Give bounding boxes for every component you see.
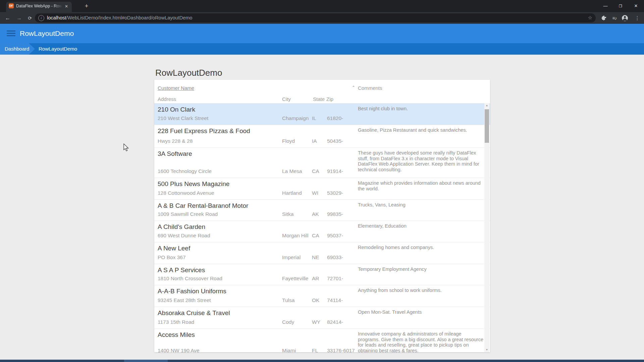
customer-address: 1600 Technology Circle: [158, 168, 212, 174]
mouse-cursor: [123, 143, 130, 152]
column-header-customer-name[interactable]: Customer Name: [158, 85, 194, 91]
reload-button[interactable]: ⟳: [26, 14, 34, 22]
column-header-address[interactable]: Address: [158, 96, 176, 102]
customer-zip: 33176-6017: [327, 348, 355, 352]
page-content: RowLayoutDemo Customer Name ⌃ Comments A…: [0, 55, 644, 360]
table-row[interactable]: 3A Software 1600 Technology Circle La Me…: [154, 148, 490, 178]
table-row[interactable]: A New Leef PO Box 367 Imperial NE 69033-…: [154, 242, 490, 264]
table-row[interactable]: 500 Plus News Magazine 128 Cottonwood Av…: [154, 178, 490, 200]
column-header-city[interactable]: City: [282, 96, 291, 102]
browser-menu-icon[interactable]: ⋮: [634, 14, 641, 22]
app-title: RowLayoutDemo: [20, 29, 74, 38]
customer-address: 1173 15th Road: [158, 319, 194, 325]
customer-zip: 99835-: [327, 211, 343, 217]
table-row[interactable]: A S A P Services 1810 North Crossover Ro…: [154, 264, 490, 285]
back-button[interactable]: ←: [4, 14, 11, 22]
customer-city: Fayetteville: [282, 276, 308, 282]
table-scrollbar[interactable]: ▲ ▼: [484, 103, 489, 352]
sort-ascending-icon: ⌃: [352, 85, 355, 90]
customer-city: Hartland: [282, 190, 302, 196]
customer-state: CA: [312, 233, 319, 239]
customer-zip: 74114-: [327, 297, 343, 303]
customer-zip: 95037-: [327, 233, 343, 239]
table-row[interactable]: Access Miles 1400 NW 190 Ave Miami FL 33…: [154, 329, 490, 352]
hamburger-menu-icon[interactable]: [7, 31, 15, 37]
url-path: /WebListDemo/Index.html#oDashboard/oRowL…: [66, 15, 192, 20]
customer-name: A Child's Garden: [158, 223, 205, 231]
customer-state: AR: [312, 276, 319, 282]
media-list-icon[interactable]: ≡♪: [611, 14, 618, 22]
tab-close-icon[interactable]: ✕: [64, 4, 69, 9]
taskbar-edge: [0, 360, 644, 362]
column-header-state[interactable]: State: [313, 96, 325, 102]
customer-zip: 72701-: [327, 276, 343, 282]
customer-city: Miami: [282, 348, 296, 352]
customer-state: IL: [312, 115, 316, 121]
customer-list-card: Customer Name ⌃ Comments Address City St…: [154, 80, 490, 352]
customer-comment: Gasoline, Pizza Restaurant and quick san…: [358, 127, 484, 133]
customer-state: NE: [312, 254, 319, 260]
customer-name: Access Miles: [158, 331, 195, 339]
extensions-puzzle-icon[interactable]: [600, 14, 607, 22]
customer-state: AK: [312, 211, 319, 217]
customer-address: 93245 East 28th Street: [158, 297, 211, 303]
table-row[interactable]: A Child's Garden 690 West Dunne Road Mor…: [154, 221, 490, 242]
window-close-button[interactable]: ✕: [633, 3, 639, 9]
customer-address: 1810 North Crossover Road: [158, 276, 222, 282]
new-tab-button[interactable]: +: [83, 3, 90, 9]
address-bar[interactable]: i localhost/WebListDemo/Index.html#oDash…: [35, 13, 596, 22]
breadcrumb-dashboard[interactable]: Dashboard: [0, 43, 35, 55]
table-row[interactable]: A-A-B Fashion Uniforms 93245 East 28th S…: [154, 285, 490, 307]
scroll-up-icon[interactable]: ▲: [484, 103, 489, 108]
customer-address: Hwys 228 & 28: [158, 138, 193, 144]
customer-comment: Temporary Employment Agency: [358, 266, 484, 272]
breadcrumb: Dashboard RowLayoutDemo: [0, 43, 644, 55]
table-row[interactable]: A & B Car Rental-Baranof Motor 1009 Sawm…: [154, 200, 490, 221]
customer-city: Champaign: [282, 115, 309, 121]
customer-state: WI: [312, 190, 318, 196]
window-minimize-button[interactable]: —: [602, 3, 609, 9]
customer-name: 500 Plus News Magazine: [158, 180, 229, 188]
customer-address: 210 West Clark Street: [158, 115, 208, 121]
customer-address: 1400 NW 190 Ave: [158, 348, 200, 352]
column-header-comments[interactable]: Comments: [358, 85, 382, 91]
customer-name: 228 Fuel Express Pizzas & Food: [158, 127, 250, 135]
customer-comment: Remodeling homes and companys.: [358, 245, 484, 250]
customer-address: 690 West Dunne Road: [158, 233, 210, 239]
browser-tab[interactable]: DF DataFlex WebApp - RowLayoutDemo ✕: [6, 2, 72, 12]
column-header-zip[interactable]: Zip: [326, 96, 333, 102]
table-row[interactable]: 228 Fuel Express Pizzas & Food Hwys 228 …: [154, 125, 490, 148]
browser-toolbar: ← → ⟳ i localhost/WebListDemo/Index.html…: [0, 12, 644, 24]
customer-comment: Anything from school to work uniforms.: [358, 288, 484, 293]
table-row[interactable]: Absoraka Cruise & Travel 1173 15th Road …: [154, 307, 490, 329]
customer-name: A S A P Services: [158, 266, 205, 274]
customer-comment: Open Mon-Sat. Travel Agents: [358, 309, 484, 315]
profile-avatar-icon[interactable]: [621, 14, 629, 22]
customer-comment: Elementary, Education: [358, 223, 484, 229]
table-row[interactable]: 210 On Clark 210 West Clark Street Champ…: [154, 104, 490, 125]
breadcrumb-current: RowLayoutDemo: [39, 46, 77, 52]
scroll-down-icon[interactable]: ▼: [484, 348, 489, 352]
site-info-icon[interactable]: i: [38, 15, 44, 21]
customer-state: CA: [312, 168, 319, 174]
customer-name: 210 On Clark: [158, 106, 195, 113]
browser-tab-strip: DF DataFlex WebApp - RowLayoutDemo ✕ + —…: [0, 0, 644, 12]
breadcrumb-dashboard-label: Dashboard: [5, 46, 29, 52]
customer-name: A New Leef: [158, 245, 190, 252]
customer-name: A-A-B Fashion Uniforms: [158, 288, 226, 295]
customer-city: Floyd: [282, 138, 295, 144]
customer-zip: 53029-: [327, 190, 343, 196]
bookmark-star-icon[interactable]: ☆: [588, 15, 592, 21]
customer-comment: These guys have developed some really ni…: [358, 150, 484, 172]
customer-state: OK: [312, 297, 319, 303]
customer-name: Absoraka Cruise & Travel: [158, 309, 230, 317]
customer-city: La Mesa: [282, 168, 302, 174]
forward-button[interactable]: →: [15, 14, 23, 22]
taskbar-active-app: [124, 360, 168, 362]
customer-state: WY: [312, 319, 320, 325]
customer-zip: 50435-: [327, 138, 343, 144]
window-restore-button[interactable]: ❐: [617, 3, 624, 9]
tab-title: DataFlex WebApp - RowLayoutDemo: [16, 4, 62, 9]
scrollbar-thumb[interactable]: [485, 109, 489, 143]
customer-name: A & B Car Rental-Baranof Motor: [158, 202, 248, 209]
